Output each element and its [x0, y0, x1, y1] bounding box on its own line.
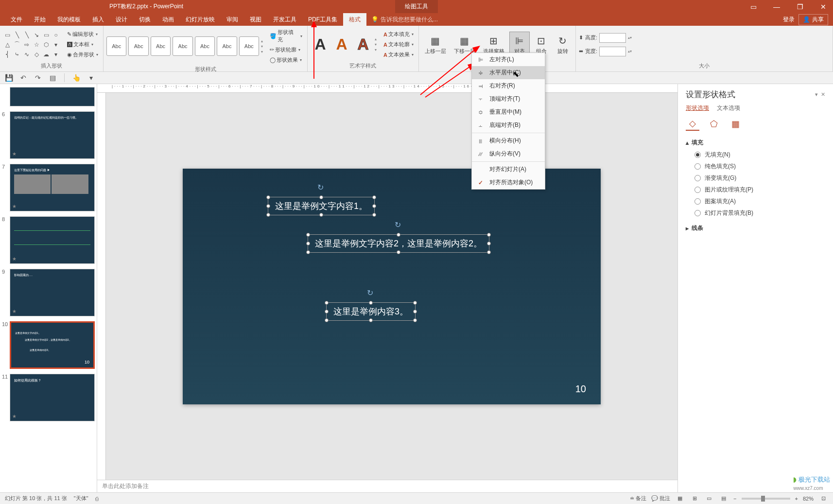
shape-more-icon[interactable]: ▾: [52, 40, 60, 49]
shape-expand-icon[interactable]: ▾: [52, 50, 60, 59]
shape-cloud-icon[interactable]: ☁: [42, 50, 51, 59]
menu-align-to-selected[interactable]: ✓对齐所选对象(O): [472, 176, 545, 189]
menu-align-top[interactable]: ⫟顶端对齐(T): [472, 92, 545, 105]
zoom-in-button[interactable]: +: [795, 496, 798, 502]
fill-line-icon[interactable]: ◇: [686, 117, 699, 131]
zoom-slider[interactable]: [742, 498, 790, 500]
qat-dropdown-icon[interactable]: ▾: [86, 73, 96, 83]
bring-forward-button[interactable]: ▦上移一层: [422, 32, 449, 57]
shape-style-3[interactable]: Abc: [151, 36, 171, 56]
shape-oval-icon[interactable]: ○: [52, 31, 60, 39]
radio-pattern-fill[interactable]: 图案填充(A): [694, 197, 825, 206]
shape-style-7[interactable]: Abc: [239, 36, 259, 56]
shape-curve-icon[interactable]: ⌒: [13, 40, 21, 49]
shape-style-2[interactable]: Abc: [128, 36, 148, 56]
menu-distribute-h[interactable]: ⫼横向分布(H): [472, 134, 545, 147]
shape-style-5[interactable]: Abc: [195, 36, 215, 56]
shape-line2-icon[interactable]: ╲: [22, 31, 31, 39]
tab-slideshow[interactable]: 幻灯片放映: [180, 13, 221, 26]
menu-align-center-v[interactable]: ≎垂直居中(M): [472, 105, 545, 119]
thumbnail-5[interactable]: [10, 87, 95, 106]
shape-tri-icon[interactable]: △: [3, 40, 12, 49]
qat-start-icon[interactable]: ▤: [48, 73, 57, 83]
wordart-style-3[interactable]: A: [353, 35, 373, 54]
rotate-handle-icon[interactable]: ↻: [367, 288, 375, 296]
current-slide[interactable]: ↻ 这里是举例文字内容1。 ↻ 这里是举例文字内容2，这里是举例内容2。: [183, 169, 601, 404]
rotate-handle-icon[interactable]: ↻: [395, 220, 402, 228]
shape-callout-icon[interactable]: ◇: [32, 50, 41, 59]
language-icon[interactable]: ⎙: [95, 496, 99, 502]
tab-transition[interactable]: 切换: [133, 13, 156, 26]
slide-thumbnails[interactable]: 6说明的后记：能无缝的记忆规则是好的一些习惯。★ 7这里下面贴近使用的问题 ▶★…: [0, 84, 97, 492]
thumbnail-10[interactable]: 这里是举例文字内容1。这里是举例文字内容2，这里是举例内容2。这里是举例内容3。…: [10, 321, 95, 369]
text-effects-button[interactable]: A文本效果▾: [382, 50, 416, 59]
radio-gradient-fill[interactable]: 渐变填充(G): [694, 174, 825, 182]
textbox-2[interactable]: ↻ 这里是举例文字内容2，这里是举例内容2。: [308, 234, 489, 253]
qat-touch-icon[interactable]: 👆: [71, 73, 81, 83]
rotate-handle-icon[interactable]: ↻: [317, 183, 325, 191]
shape-star-icon[interactable]: ☆: [32, 40, 41, 49]
effects-pane-icon[interactable]: ⬠: [707, 117, 721, 131]
tab-animation[interactable]: 动画: [156, 13, 180, 26]
thumbnail-11[interactable]: 如何使用此模板？★: [10, 374, 95, 421]
shape-hex-icon[interactable]: ⬡: [42, 40, 51, 49]
qat-redo-icon[interactable]: ↷: [33, 73, 43, 83]
pane-tab-text-options[interactable]: 文本选项: [717, 104, 740, 112]
zoom-level[interactable]: 82%: [803, 496, 814, 502]
qat-undo-icon[interactable]: ↶: [18, 73, 28, 83]
tab-home[interactable]: 开始: [28, 13, 52, 26]
tab-file[interactable]: 文件: [5, 13, 28, 26]
menu-align-left[interactable]: ⊫左对齐(L): [472, 53, 545, 66]
qat-save-icon[interactable]: 💾: [4, 73, 14, 83]
text-outline-button[interactable]: A文本轮廓▾: [382, 40, 416, 49]
zoom-out-button[interactable]: −: [733, 496, 736, 502]
thumbnail-9[interactable]: 影响因素的.....★: [10, 269, 95, 316]
wordart-style-1[interactable]: A: [311, 35, 330, 54]
wordart-style-2[interactable]: A: [332, 35, 351, 54]
tab-insert[interactable]: 插入: [87, 13, 110, 26]
shape-rect2-icon[interactable]: ▭: [42, 31, 51, 39]
menu-distribute-v[interactable]: ⫻纵向分布(V): [472, 147, 545, 160]
shape-arrow-icon[interactable]: ↘: [32, 31, 41, 39]
textbox-1[interactable]: ↻ 这里是举例文字内容1。: [268, 197, 375, 215]
radio-solid-fill[interactable]: 纯色填充(S): [694, 162, 825, 171]
shape-brace-icon[interactable]: ⎨: [3, 50, 12, 59]
view-sorter-icon[interactable]: ⊞: [690, 494, 699, 504]
menu-align-center-h[interactable]: ≑水平居中(C): [472, 66, 545, 79]
shape-style-1[interactable]: Abc: [106, 36, 126, 56]
rotate-button[interactable]: ↻旋转: [553, 32, 573, 57]
menu-align-right[interactable]: ⫤右对齐(R): [472, 79, 545, 92]
menu-align-bottom[interactable]: ⫠底端对齐(B): [472, 119, 545, 132]
share-button[interactable]: 👤 共享: [798, 14, 828, 25]
notes-toggle[interactable]: ≐ 备注: [630, 495, 646, 502]
width-input[interactable]: [599, 47, 626, 56]
shape-connector-icon[interactable]: ⤷: [13, 50, 21, 59]
shape-effects-button[interactable]: ◯形状效果▾: [268, 55, 304, 65]
comments-toggle[interactable]: 💬 批注: [651, 495, 670, 502]
shape-fill-button[interactable]: 🪣形状填充▾: [268, 28, 304, 44]
pane-tab-shape-options[interactable]: 形状选项: [686, 104, 709, 112]
shape-style-6[interactable]: Abc: [217, 36, 237, 56]
tell-me-search[interactable]: 💡 告诉我您想要做什么...: [371, 16, 438, 24]
merge-shapes-button[interactable]: ◉合并形状▾: [65, 50, 100, 59]
textbox-button[interactable]: 🅰文本框▾: [65, 40, 100, 49]
radio-slide-bg-fill[interactable]: 幻灯片背景填充(B): [694, 209, 825, 217]
notes-pane[interactable]: 单击此处添加备注: [97, 480, 677, 492]
edit-shape-button[interactable]: ✎编辑形状▾: [65, 30, 100, 39]
tab-view[interactable]: 视图: [244, 13, 267, 26]
text-fill-button[interactable]: A文本填充▾: [382, 30, 416, 39]
horizontal-ruler[interactable]: |···1···|···2···|···3···|···4···|···5···…: [97, 84, 677, 93]
view-normal-icon[interactable]: ▦: [675, 494, 685, 504]
textbox-3[interactable]: ↻ 这里是举例内容3。: [326, 302, 416, 321]
size-props-icon[interactable]: ▦: [729, 117, 742, 131]
slide-canvas[interactable]: ↻ 这里是举例文字内容1。 ↻ 这里是举例文字内容2，这里是举例内容2。: [106, 93, 677, 480]
login-link[interactable]: 登录: [783, 16, 795, 24]
window-restore-button[interactable]: ❐: [790, 0, 810, 13]
tab-format[interactable]: 格式: [343, 13, 366, 26]
tab-pdf[interactable]: PDF工具集: [302, 13, 343, 26]
shape-style-4[interactable]: Abc: [173, 36, 192, 56]
shape-freeform-icon[interactable]: ∿: [22, 50, 31, 59]
height-input[interactable]: [599, 33, 626, 43]
shape-line-icon[interactable]: ╲: [13, 31, 21, 39]
pane-dropdown-icon[interactable]: ▾: [815, 91, 818, 98]
